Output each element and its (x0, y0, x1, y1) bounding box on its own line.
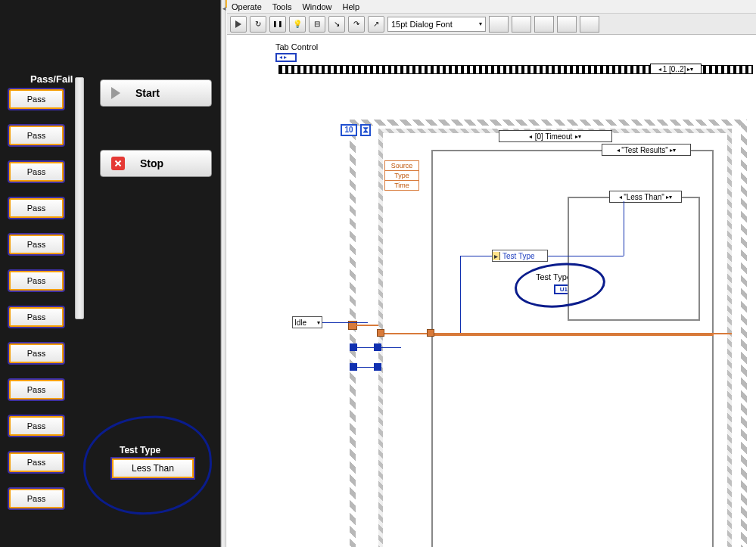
pass-indicator[interactable]: Pass (9, 198, 64, 218)
event-source: Source (385, 161, 418, 171)
distribute-button[interactable] (512, 16, 531, 33)
start-button[interactable]: Start (100, 79, 212, 107)
pass-indicator[interactable]: Pass (9, 416, 64, 436)
test-type-label: Test Type (120, 445, 160, 455)
pass-indicator[interactable]: Pass (9, 126, 64, 145)
event-selector[interactable]: ◂[0] Timeout▸▾ (499, 130, 612, 142)
align-button[interactable] (489, 16, 509, 33)
step-out-button[interactable]: ↗ (368, 16, 384, 33)
unbundle-by-name[interactable]: Test Type (492, 250, 548, 262)
run-button[interactable] (230, 16, 247, 33)
case-selector-inner[interactable]: ◂"Less Than"▸▾ (609, 191, 682, 203)
stacked-sequence[interactable]: ◂1 [0..2]▸▾ 10 ◂[0] Timeout▸▾ Source Typ… (278, 65, 753, 547)
step-over-button[interactable]: ↷ (348, 16, 365, 33)
case-structure-inner[interactable]: ◂"Less Than"▸▾ (568, 197, 700, 321)
event-structure[interactable]: ◂[0] Timeout▸▾ Source Type Time ◂"Test R… (378, 129, 732, 547)
block-diagram-window: Operate Tools Window Help 💡 ⊟ ↘ ↷ ↗ 15pt… (227, 0, 756, 547)
play-icon (111, 87, 120, 99)
pass-column: Pass Pass Pass Pass Pass Pass Pass Pass … (0, 89, 72, 525)
pass-indicator[interactable]: Pass (9, 307, 64, 327)
menu-tools[interactable]: Tools (272, 2, 292, 11)
menu-bar: Operate Tools Window Help (227, 0, 756, 14)
tab-control-label: Tab Control (275, 42, 318, 51)
loop-constant[interactable]: 10 (341, 124, 357, 136)
block-diagram-canvas[interactable]: Tab Control ◂1 [0..2]▸▾ 10 ◂[0] Timeout▸… (227, 35, 756, 547)
cleanup-button[interactable] (580, 16, 599, 33)
toolbar: 💡 ⊟ ↘ ↷ ↗ 15pt Dialog Font▾ (227, 14, 756, 35)
case-structure-outer[interactable]: ◂"Test Results"▸▾ Test Type Test Type U1… (431, 150, 714, 547)
font-selector[interactable]: 15pt Dialog Font▾ (387, 17, 486, 32)
idle-enum-constant[interactable]: Idle (292, 316, 322, 328)
tunnel[interactable] (427, 329, 434, 337)
pass-indicator[interactable]: Pass (9, 452, 64, 472)
event-type: Type (385, 171, 418, 181)
stop-label: Stop (140, 157, 163, 169)
pass-indicator[interactable]: Pass (9, 162, 64, 182)
stop-button[interactable]: Stop (100, 150, 212, 177)
stop-icon (111, 157, 125, 170)
pass-indicator[interactable]: Pass (9, 343, 64, 363)
while-loop[interactable]: 10 ◂[0] Timeout▸▾ Source Type Time ◂"Tes… (350, 120, 747, 547)
passfail-label: Pass/Fail (30, 73, 73, 85)
highlight-button[interactable]: 💡 (289, 16, 306, 33)
pass-indicator[interactable]: Pass (9, 380, 64, 399)
resize-button[interactable] (534, 16, 554, 33)
run-continuous-button[interactable] (250, 16, 266, 33)
step-into-button[interactable]: ↘ (328, 16, 345, 33)
front-panel: Pass/Fail Pass Pass Pass Pass Pass Pass … (0, 0, 221, 547)
case-selector-outer[interactable]: ◂"Test Results"▸▾ (602, 144, 691, 156)
pause-button[interactable] (269, 16, 286, 33)
retain-values-button[interactable]: ⊟ (309, 16, 325, 33)
pass-indicator[interactable]: Pass (9, 489, 64, 508)
menu-window[interactable]: Window (302, 2, 331, 11)
sequence-selector[interactable]: ◂1 [0..2]▸▾ (650, 64, 702, 74)
test-type-text: Test Type (536, 272, 571, 281)
test-type-button[interactable]: Less Than (112, 458, 194, 478)
pass-indicator[interactable]: Pass (9, 89, 64, 109)
event-time: Time (385, 181, 418, 190)
tab-control-terminal[interactable] (275, 53, 297, 62)
event-data-node[interactable]: Source Type Time (384, 160, 419, 191)
splitter[interactable]: ◂ (221, 0, 226, 547)
chevron-left-icon: ◂ (222, 5, 226, 12)
scrollbar[interactable] (75, 77, 84, 319)
pass-indicator[interactable]: Pass (9, 235, 64, 254)
menu-operate[interactable]: Operate (232, 2, 262, 11)
start-label: Start (135, 87, 160, 99)
pass-indicator[interactable]: Pass (9, 271, 64, 291)
wait-icon[interactable] (360, 124, 371, 136)
menu-help[interactable]: Help (343, 2, 360, 11)
tunnel[interactable] (377, 329, 384, 337)
reorder-button[interactable] (557, 16, 577, 33)
